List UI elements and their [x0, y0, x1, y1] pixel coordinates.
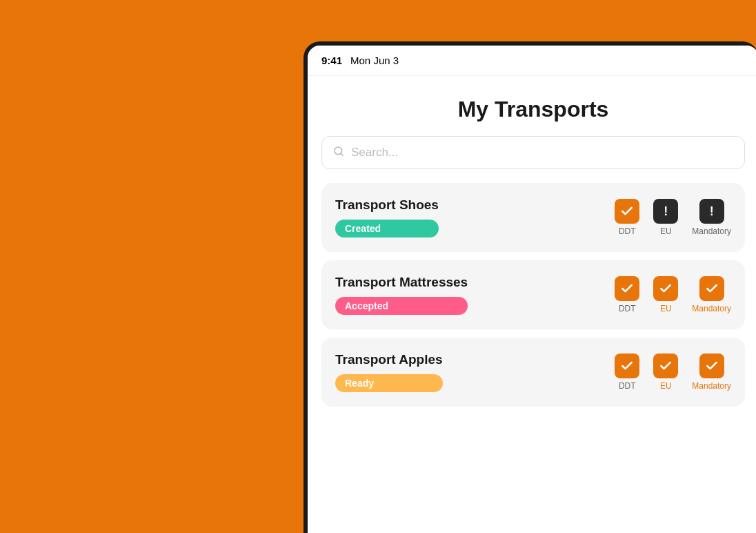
- doc-ddt-mattresses: DDT: [615, 276, 639, 313]
- doc-mandatory-apples: Mandatory: [692, 353, 731, 391]
- card-left-mattresses: Transport Mattresses Accepted: [335, 275, 468, 315]
- eu-label-apples: EU: [660, 381, 672, 391]
- status-badge-shoes: Created: [335, 220, 439, 238]
- transport-card-mattresses[interactable]: Transport Mattresses Accepted DDT: [321, 260, 745, 329]
- card-left-shoes: Transport Shoes Created: [335, 197, 439, 238]
- eu-icon-mattresses: [653, 276, 678, 301]
- tablet-frame: 9:41 Mon Jun 3 My Transports Search...: [304, 41, 756, 533]
- transport-card-apples[interactable]: Transport Apples Ready DDT: [321, 338, 745, 407]
- card-right-mattresses: DDT EU: [615, 276, 731, 313]
- status-badge-apples: Ready: [335, 374, 443, 392]
- doc-ddt-shoes: DDT: [615, 199, 639, 236]
- doc-eu-shoes: ! EU: [653, 199, 678, 236]
- ddt-icon-mattresses: [615, 276, 639, 301]
- search-placeholder: Search...: [351, 146, 398, 159]
- doc-mandatory-shoes: ! Mandatory: [692, 199, 731, 236]
- status-bar-time: 9:41: [321, 55, 342, 66]
- eu-icon-shoes: !: [653, 199, 678, 224]
- page-title: My Transports: [308, 76, 756, 136]
- card-right-shoes: DDT ! EU !: [615, 199, 731, 236]
- svg-line-1: [341, 153, 343, 155]
- status-bar: 9:41 Mon Jun 3: [308, 46, 756, 76]
- status-badge-mattresses: Accepted: [335, 297, 468, 315]
- transport-list: Transport Shoes Created DDT: [308, 183, 756, 407]
- eu-icon-apples: [653, 353, 678, 378]
- doc-ddt-apples: DDT: [615, 353, 639, 391]
- search-box[interactable]: Search...: [321, 136, 745, 169]
- mandatory-icon-shoes: !: [699, 199, 724, 224]
- transport-card-shoes[interactable]: Transport Shoes Created DDT: [321, 183, 745, 252]
- mandatory-label-apples: Mandatory: [692, 381, 731, 391]
- card-right-apples: DDT EU: [615, 353, 731, 391]
- card-left-apples: Transport Apples Ready: [335, 352, 443, 392]
- content-area: My Transports Search...: [308, 76, 756, 533]
- doc-mandatory-mattresses: Mandatory: [692, 276, 731, 313]
- ddt-label-mattresses: DDT: [619, 304, 636, 313]
- search-container: Search...: [308, 136, 756, 183]
- mandatory-icon-apples: [699, 353, 724, 378]
- tablet-screen: 9:41 Mon Jun 3 My Transports Search...: [308, 46, 756, 533]
- mandatory-icon-mattresses: [699, 276, 724, 301]
- search-icon: [333, 146, 344, 159]
- mandatory-label-shoes: Mandatory: [692, 226, 731, 236]
- status-bar-date: Mon Jun 3: [350, 55, 399, 66]
- ddt-icon-shoes: [615, 199, 639, 224]
- eu-label-mattresses: EU: [660, 304, 672, 313]
- doc-eu-mattresses: EU: [653, 276, 678, 313]
- ddt-label-shoes: DDT: [619, 226, 636, 236]
- card-title-mattresses: Transport Mattresses: [335, 275, 468, 290]
- card-title-shoes: Transport Shoes: [335, 197, 439, 213]
- mandatory-label-mattresses: Mandatory: [692, 304, 731, 313]
- eu-label-shoes: EU: [660, 226, 672, 236]
- ddt-label-apples: DDT: [619, 381, 636, 391]
- doc-eu-apples: EU: [653, 353, 678, 391]
- ddt-icon-apples: [615, 353, 639, 378]
- card-title-apples: Transport Apples: [335, 352, 443, 367]
